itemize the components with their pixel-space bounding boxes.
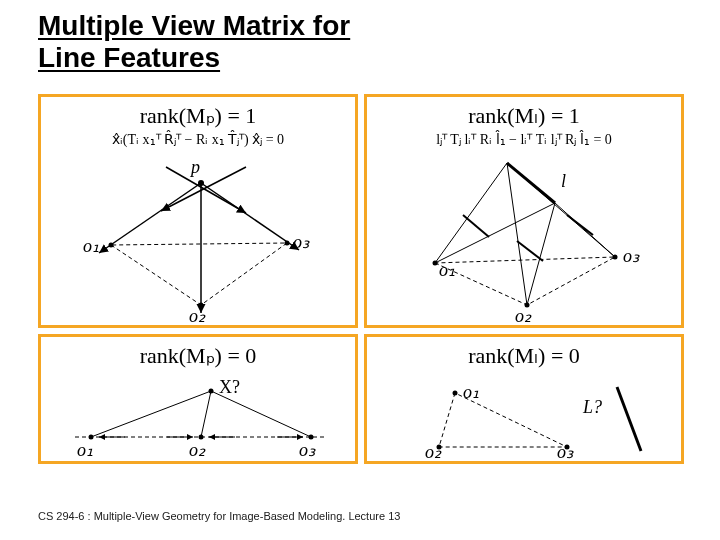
label-X: X? [219, 377, 240, 398]
constraint-equation-ml: lⱼᵀ Tⱼ lᵢᵀ Rᵢ l̂₁ − lᵢᵀ Tᵢ lⱼᵀ Rⱼ l̂₁ = … [367, 129, 681, 148]
svg-line-17 [517, 241, 543, 261]
svg-line-18 [567, 215, 593, 235]
svg-point-21 [613, 255, 618, 260]
svg-point-6 [109, 243, 114, 248]
label-o1: o₁ [463, 381, 479, 403]
label-o3: o₃ [293, 231, 309, 253]
slide-title: Multiple View Matrix for Line Features [0, 0, 720, 80]
label-o2: o₂ [189, 305, 205, 327]
label-o2: o₂ [425, 441, 441, 463]
svg-point-19 [433, 261, 438, 266]
panel-rank-mp-1: rank(Mₚ) = 1 x̂ᵢ(Tᵢ x₁ᵀ R̂ⱼᵀ − Rᵢ x₁ T̂ⱼ… [38, 94, 358, 328]
panel-rank-ml-0: rank(Mₗ) = 0 o₁ o₂ o₃ L? [364, 334, 684, 464]
diagram-svg [367, 369, 681, 461]
label-o1: o₁ [77, 439, 93, 461]
diagram-line-three-views: l o₁ o₂ o₃ [367, 155, 681, 325]
slide-footer: CS 294-6 : Multiple-View Geometry for Im… [38, 510, 400, 522]
diagram-degenerate-point: X? o₁ o₂ o₃ [41, 369, 355, 461]
svg-line-37 [617, 387, 641, 451]
svg-line-32 [201, 391, 211, 437]
panel-rank-ml-1: rank(Mₗ) = 1 lⱼᵀ Tⱼ lᵢᵀ Rᵢ l̂₁ − lᵢᵀ Tᵢ … [364, 94, 684, 328]
constraint-equation-mp: x̂ᵢ(Tᵢ x₁ᵀ R̂ⱼᵀ − Rᵢ x₁ T̂ⱼᵀ) x̂ⱼ = 0 [41, 129, 355, 148]
svg-point-8 [285, 241, 290, 246]
rank-equation-mp-0: rank(Mₚ) = 0 [41, 337, 355, 369]
svg-point-34 [453, 391, 458, 396]
diagram-point-three-views: p o₁ o₂ o₃ [41, 155, 355, 325]
svg-line-3 [201, 183, 299, 250]
label-o3: o₃ [557, 441, 573, 463]
label-o2: o₂ [515, 305, 531, 327]
label-o1: o₁ [439, 259, 455, 281]
svg-line-16 [463, 215, 489, 237]
label-o3: o₃ [623, 245, 639, 267]
svg-line-11 [435, 203, 555, 263]
rank-equation-ml-0: rank(Mₗ) = 0 [367, 337, 681, 369]
label-L: L? [583, 397, 602, 418]
label-p: p [191, 157, 200, 178]
svg-line-10 [435, 163, 507, 263]
label-o1: o₁ [83, 235, 99, 257]
svg-line-31 [91, 391, 211, 437]
rank-equation-mp-1: rank(Mₚ) = 1 [41, 97, 355, 129]
svg-line-12 [507, 163, 527, 305]
panel-rank-mp-0: rank(Mₚ) = 0 [38, 334, 358, 464]
label-o3: o₃ [299, 439, 315, 461]
svg-line-1 [99, 183, 201, 253]
svg-line-13 [527, 203, 555, 305]
title-line-1: Multiple View Matrix for [38, 10, 350, 41]
label-o2: o₂ [189, 439, 205, 461]
title-line-2: Line Features [38, 42, 220, 73]
rank-equation-ml-1: rank(Mₗ) = 1 [367, 97, 681, 129]
diagram-degenerate-line: o₁ o₂ o₃ L? [367, 369, 681, 461]
label-l: l [561, 171, 566, 192]
diagram-svg [367, 155, 681, 325]
